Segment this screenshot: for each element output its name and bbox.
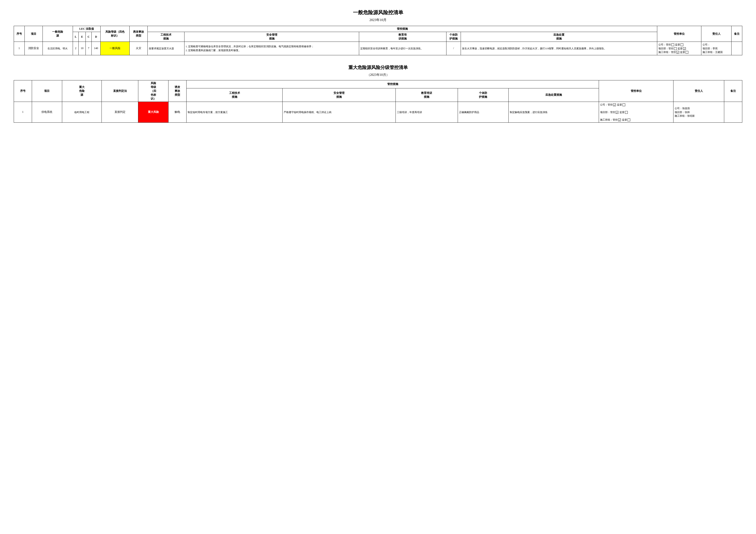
col-safety-mgmt: 安全管理措施 — [184, 32, 359, 42]
section1-table: 序号 项目 一般危险源 LEC 法取值 风险等级（四色标识） 诱发事故类型 管控… — [14, 26, 742, 55]
section2-table: 序号 项目 重大危险源 直接判定法 风险等级（四色标识） 诱发事故类型 管控措施… — [14, 80, 742, 123]
s2-team-control — [618, 118, 621, 121]
col-project: 项目 — [24, 26, 42, 42]
row1-risk-level: 一般风险 — [100, 42, 129, 55]
row1-E: 10 — [79, 42, 86, 55]
s2-dept-control — [616, 111, 618, 114]
company-supervise-check — [681, 43, 683, 46]
s2-row1-hazard: 临时用电工程 — [62, 102, 102, 123]
col-engineering: 工程技术措施 — [148, 32, 184, 42]
s2-row1-education: 三级培训，年度再培训 — [395, 102, 458, 123]
col-D: D — [92, 32, 100, 42]
row1-remarks — [732, 42, 742, 55]
row1-C: 7 — [86, 42, 92, 55]
s2-col-engineering: 工程技术措施 — [187, 88, 283, 102]
col-remarks: 备注 — [732, 26, 742, 42]
s2-dept-supervise — [625, 111, 628, 114]
row1-accident-type: 火灾 — [129, 42, 148, 55]
s2-col-unit: 管控单位 — [599, 80, 673, 102]
section2-title: 重大危险源风险分级管控清单 — [14, 64, 742, 71]
row1-L: 2 — [73, 42, 78, 55]
s2-col-project: 项目 — [32, 80, 62, 102]
col-unit: 管控单位 — [657, 26, 701, 42]
s2-col-emergency: 应急处置措施 — [508, 88, 599, 102]
col-personal: 个体防护措施 — [446, 32, 461, 42]
s2-row1-control-unit: 公司：管控 监督 项目部：管控 监督 施工班组：管控 监督 — [599, 102, 673, 123]
s2-row1-remarks — [724, 102, 742, 123]
row1-safety-mgmt: 1. 定期检查可燃物堆放仓库安全管理状况，并及时记录；仓库定期组织安消防设施、电… — [184, 42, 359, 55]
s2-row1-method: 直接判定 — [102, 102, 138, 123]
row1-personal: / — [446, 42, 461, 55]
s2-col-method: 直接判定法 — [102, 80, 138, 102]
s2-col-risk: 风险等级（四色标识） — [138, 80, 169, 102]
col-no: 序号 — [14, 26, 25, 42]
col-education: 教育培训措施 — [359, 32, 446, 42]
s2-row1-accident: 触电 — [169, 102, 187, 123]
team-supervise-check — [686, 51, 688, 54]
col-E: E — [79, 32, 86, 42]
s2-row1-risk-level: 重大风险 — [138, 102, 169, 123]
dept-supervise-check — [683, 47, 686, 50]
s2-col-responsible: 责任人 — [673, 80, 724, 102]
s2-col-remarks: 备注 — [724, 80, 742, 102]
row1-no: 1 — [14, 42, 25, 55]
col-responsible: 责任人 — [701, 26, 731, 42]
col-lec: LEC 法取值 — [73, 26, 100, 32]
col-risk: 风险等级（四色标识） — [100, 26, 129, 42]
s2-team-supervise — [628, 118, 630, 121]
col-L: L — [73, 32, 78, 42]
section1-title: 一般危险源风险控清单 — [14, 9, 742, 16]
col-emergency: 应急处置措施 — [461, 32, 657, 42]
row1-emergency: 发生火灾事故，迅速切断电源，就近选取消防防器材，扑灭初起火灾，拨打119报警，同… — [461, 42, 657, 55]
row1-project: 消防安全 — [24, 42, 42, 55]
col-hazard: 一般危险源 — [42, 26, 73, 42]
s2-col-personal: 个体防护措施 — [458, 88, 508, 102]
s2-col-safety: 安全管理措施 — [283, 88, 395, 102]
s2-row1-emergency: 制定触电应急预案，进行应急演练 — [508, 102, 599, 123]
row1-D: 140 — [92, 42, 100, 55]
section2-subtitle: （2023年10月） — [14, 73, 742, 77]
company-control-check — [671, 43, 674, 46]
row1-responsible: 公司：项目部：李琪施工班组：王建国 — [701, 42, 731, 55]
col-C: C — [86, 32, 92, 42]
team-control-check — [676, 51, 679, 54]
col-accident: 诱发事故类型 — [129, 26, 148, 42]
s2-col-no: 序号 — [14, 80, 32, 102]
col-control: 管控措施 — [148, 26, 657, 32]
s2-row1-personal: 正确佩戴防护用品 — [458, 102, 508, 123]
row1-control-unit: 公司：管控 监督 项目部：管控 监督 施工班组：管控 监督 — [657, 42, 701, 55]
dept-control-check — [674, 47, 677, 50]
s2-row1-engineering: 制定临时用电专项方案，按方案施工 — [187, 102, 283, 123]
s2-col-control-group: 管控措施 — [187, 80, 599, 88]
s2-company-control — [613, 103, 616, 106]
row1-education: 定期组织安全培训和教育，每年至少进行一次应急演练。 — [359, 42, 446, 55]
s2-col-accident: 诱发事故类型 — [169, 80, 187, 102]
section1-subtitle: 2023年10月 — [14, 18, 742, 22]
s2-row1-project: 供电系统 — [32, 102, 62, 123]
s2-row1-no: 1 — [14, 102, 32, 123]
s2-col-hazard: 重大危险源 — [62, 80, 102, 102]
row1-engineering: 按要求规定放置灭火器 — [148, 42, 184, 55]
s2-row1-responsible: 公司：张战强项目部：张帅施工班组：张绍新 — [673, 102, 724, 123]
s2-row1-safety: 严格遵守临时用电操作规程、电工持证上岗 — [283, 102, 395, 123]
s2-company-supervise — [623, 103, 625, 106]
row1-hazard: 生活区用电、明火 — [42, 42, 73, 55]
s2-col-education: 教育培训措施 — [395, 88, 458, 102]
